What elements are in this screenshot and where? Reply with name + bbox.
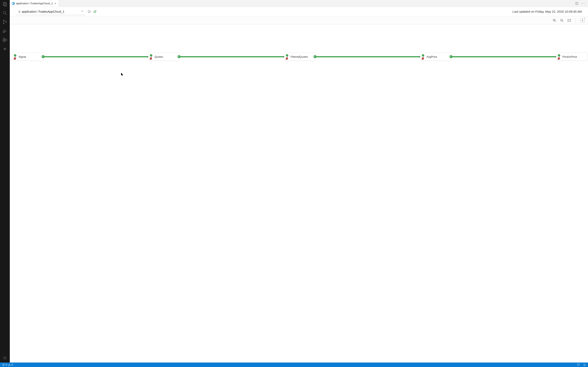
extensions-icon[interactable] xyxy=(2,38,7,42)
data-badge-icon xyxy=(14,57,16,60)
refresh-icon[interactable] xyxy=(93,10,97,13)
zoom-out-icon[interactable] xyxy=(560,18,564,22)
input-port-icon[interactable]: › xyxy=(283,55,284,58)
tab-bar: application::TradesAppCloud_1 × ··· xyxy=(10,0,588,7)
graph-node[interactable]: Signal xyxy=(12,53,43,61)
status-ok-icon xyxy=(14,54,16,57)
editor-main: 1: application::TradesAppCloud_1 Last up… xyxy=(10,7,588,363)
last-updated-label: Last updated on Friday, May 22, 2020 10:… xyxy=(512,10,582,13)
source-control-icon[interactable] xyxy=(2,20,7,25)
job-select-label: 1: application::TradesAppCloud_1 xyxy=(18,10,64,13)
svg-rect-1 xyxy=(4,3,7,6)
graph-node-label: Signal xyxy=(18,55,26,58)
data-badge-icon xyxy=(422,57,424,60)
graph-node[interactable]: Quotes› xyxy=(148,53,179,61)
errors-count[interactable]: 0 xyxy=(2,363,7,366)
input-port-icon[interactable]: › xyxy=(147,55,148,58)
graph-node[interactable]: AvgPrice› xyxy=(420,53,451,61)
svg-line-3 xyxy=(6,14,7,15)
data-badge-icon xyxy=(286,57,288,60)
run-debug-icon[interactable] xyxy=(2,29,7,33)
svg-point-2 xyxy=(3,11,6,14)
editor-tab[interactable]: application::TradesAppCloud_1 × xyxy=(10,0,59,7)
status-ok-icon xyxy=(422,54,424,57)
zoom-toolbar: 0 xyxy=(10,16,588,25)
mouse-cursor xyxy=(121,73,124,77)
output-port-icon[interactable] xyxy=(450,55,452,58)
errors-value: 0 xyxy=(6,363,7,366)
depth-indicator[interactable]: 0 xyxy=(580,18,585,23)
svg-point-4 xyxy=(3,20,4,21)
warnings-value: 0 xyxy=(12,363,13,366)
output-port-icon[interactable] xyxy=(314,55,316,58)
split-editor-icon[interactable] xyxy=(575,2,579,5)
graph-node-label: AvgPrice xyxy=(426,55,437,58)
svg-rect-10 xyxy=(3,38,5,40)
chevron-down-icon xyxy=(81,10,84,13)
graph-node-label: PrintAvPrice xyxy=(562,55,577,58)
svg-line-21 xyxy=(555,21,556,22)
svg-rect-27 xyxy=(568,19,571,21)
explorer-icon[interactable] xyxy=(2,2,7,7)
tab-title: application::TradesAppCloud_1 xyxy=(16,2,53,5)
graph-edge xyxy=(179,56,285,57)
status-ok-icon xyxy=(150,54,152,57)
status-ok-icon xyxy=(286,54,288,57)
flow-graph: SignalQuotes›FilteredQuotes›AvgPrice›Pri… xyxy=(12,50,587,63)
svg-point-7 xyxy=(3,31,4,33)
svg-point-14 xyxy=(4,358,6,359)
svg-point-6 xyxy=(6,22,7,23)
graph-edge xyxy=(43,56,148,57)
svg-point-40 xyxy=(9,365,9,366)
notifications-bell-icon[interactable] xyxy=(583,363,586,366)
graph-node-label: FilteredQuotes xyxy=(291,55,308,58)
status-bar: 0 0 xyxy=(0,363,588,367)
graph-edge xyxy=(315,56,420,57)
info-icon[interactable] xyxy=(87,10,91,13)
graph-edge xyxy=(451,56,556,57)
job-toolbar: 1: application::TradesAppCloud_1 Last up… xyxy=(10,7,588,16)
more-actions-icon[interactable]: ··· xyxy=(581,2,585,5)
fit-screen-icon[interactable] xyxy=(567,18,571,22)
svg-rect-0 xyxy=(3,2,6,5)
graph-node[interactable]: PrintAvPrice› xyxy=(556,53,587,61)
status-ok-icon xyxy=(558,54,560,57)
activity-bar xyxy=(0,0,10,363)
graph-node[interactable]: FilteredQuotes› xyxy=(284,53,315,61)
warnings-count[interactable]: 0 xyxy=(8,363,13,366)
input-port-icon[interactable]: › xyxy=(555,55,556,58)
data-badge-icon xyxy=(558,57,560,60)
streams-icon[interactable] xyxy=(2,47,7,51)
data-badge-icon xyxy=(150,57,152,60)
search-icon[interactable] xyxy=(2,11,7,16)
svg-rect-12 xyxy=(5,39,7,41)
input-port-icon[interactable]: › xyxy=(419,55,420,58)
separator xyxy=(576,18,576,23)
output-port-icon[interactable] xyxy=(42,55,44,58)
svg-point-5 xyxy=(3,23,4,24)
svg-rect-11 xyxy=(3,40,5,42)
svg-line-25 xyxy=(562,21,563,22)
svg-point-13 xyxy=(4,48,6,50)
close-tab-icon[interactable]: × xyxy=(54,2,57,5)
settings-gear-icon[interactable] xyxy=(2,356,7,360)
zoom-in-icon[interactable] xyxy=(553,18,556,22)
output-port-icon[interactable] xyxy=(178,55,181,58)
feedback-icon[interactable] xyxy=(577,363,580,366)
depth-value: 0 xyxy=(582,19,583,22)
file-type-icon xyxy=(12,2,15,5)
job-select-dropdown[interactable]: 1: application::TradesAppCloud_1 xyxy=(16,8,85,15)
graph-canvas[interactable]: SignalQuotes›FilteredQuotes›AvgPrice›Pri… xyxy=(10,25,588,363)
graph-node-label: Quotes xyxy=(155,55,163,58)
